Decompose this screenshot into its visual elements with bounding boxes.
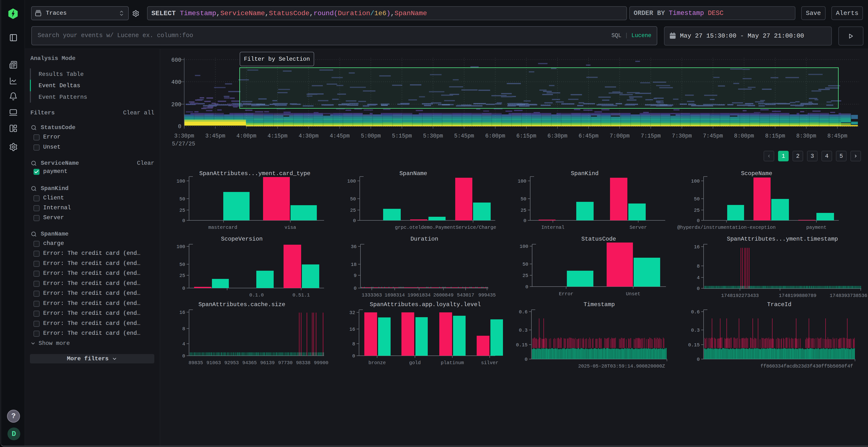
svg-text:50: 50 (523, 262, 528, 267)
svg-text:Error: Error (559, 291, 574, 297)
svg-text:platinum: platinum (441, 360, 464, 366)
svg-text:1748192273433: 1748192273433 (721, 293, 759, 299)
svg-text:TraceId: TraceId (767, 301, 792, 308)
svg-text:50: 50 (350, 196, 356, 202)
svg-text:91063: 91063 (207, 360, 221, 366)
svg-text:SpanAttributes.app.loyalty.lev: SpanAttributes.app.loyalty.level (370, 301, 481, 308)
svg-text:visa: visa (284, 225, 296, 230)
svg-text:50: 50 (694, 196, 700, 202)
svg-text:0: 0 (182, 218, 185, 224)
svg-text:25: 25 (350, 208, 356, 213)
svg-text:0.1.0: 0.1.0 (249, 293, 264, 298)
svg-text:0.51.1: 0.51.1 (292, 293, 310, 298)
svg-text:5:30pm: 5:30pm (423, 133, 443, 139)
svg-text:0: 0 (697, 218, 700, 224)
svg-text:400: 400 (172, 79, 181, 85)
svg-text:8:30pm: 8:30pm (796, 133, 816, 139)
svg-text:6:15pm: 6:15pm (517, 133, 536, 139)
svg-text:25: 25 (179, 273, 185, 278)
svg-text:99900: 99900 (314, 360, 329, 366)
svg-text:1698314: 1698314 (384, 293, 405, 298)
svg-text:32: 32 (349, 310, 355, 315)
svg-text:7:45pm: 7:45pm (703, 133, 723, 139)
svg-text:SpanKind: SpanKind (571, 170, 598, 177)
svg-text:2025-05-28T03:59:14.900820000Z: 2025-05-28T03:59:14.900820000Z (578, 364, 665, 369)
svg-text:4:45pm: 4:45pm (330, 133, 350, 139)
svg-text:100: 100 (177, 178, 185, 184)
svg-text:0: 0 (182, 353, 185, 359)
svg-text:8:00pm: 8:00pm (734, 133, 754, 139)
svg-text:25: 25 (521, 208, 526, 213)
svg-text:92953: 92953 (224, 360, 239, 366)
svg-text:0.3: 0.3 (691, 328, 700, 333)
svg-text:Internal: Internal (541, 225, 564, 230)
svg-text:89835: 89835 (189, 360, 203, 366)
svg-text:25: 25 (694, 208, 700, 213)
svg-text:Duration: Duration (410, 236, 438, 242)
svg-text:SpanAttributes.cache.size: SpanAttributes.cache.size (198, 301, 285, 308)
svg-text:5/27/25: 5/27/25 (172, 141, 195, 147)
svg-text:999435: 999435 (478, 293, 496, 298)
svg-text:4:15pm: 4:15pm (268, 133, 288, 139)
svg-text:8:15pm: 8:15pm (765, 133, 785, 139)
svg-text:0: 0 (354, 286, 356, 291)
svg-text:0: 0 (182, 286, 185, 291)
svg-text:1748199880789: 1748199880789 (779, 293, 816, 299)
svg-text:0: 0 (525, 284, 528, 290)
svg-text:SpanAttributes...yment.timesta: SpanAttributes...yment.timestamp (727, 236, 838, 242)
svg-text:100: 100 (347, 178, 356, 184)
svg-text:16: 16 (179, 310, 185, 315)
svg-text:3:45pm: 3:45pm (206, 133, 225, 139)
svg-text:SpanName: SpanName (399, 170, 427, 177)
svg-text:18: 18 (351, 262, 356, 267)
svg-text:100: 100 (691, 178, 700, 184)
svg-text:@hyperdx/instrumentation-excep: @hyperdx/instrumentation-exception (677, 225, 776, 230)
svg-text:25: 25 (179, 208, 185, 213)
svg-text:7:30pm: 7:30pm (672, 133, 692, 139)
svg-text:96139: 96139 (260, 360, 275, 366)
svg-text:16: 16 (349, 326, 355, 332)
svg-text:6:30pm: 6:30pm (548, 133, 567, 139)
svg-text:16: 16 (694, 244, 700, 250)
svg-text:0: 0 (697, 357, 700, 362)
svg-text:ScopeName: ScopeName (741, 170, 772, 177)
svg-text:5:45pm: 5:45pm (454, 133, 474, 139)
svg-text:8: 8 (352, 341, 355, 347)
svg-text:4:00pm: 4:00pm (237, 133, 256, 139)
svg-text:0: 0 (178, 124, 181, 130)
svg-text:50: 50 (179, 262, 185, 267)
svg-text:50: 50 (521, 196, 526, 202)
svg-text:StatusCode: StatusCode (581, 236, 616, 242)
svg-text:0: 0 (525, 357, 528, 362)
svg-text:8:45pm: 8:45pm (828, 133, 847, 139)
svg-text:mastercard: mastercard (208, 225, 237, 230)
svg-text:payment: payment (806, 225, 827, 230)
svg-text:0: 0 (353, 218, 356, 224)
svg-text:ff860334facdb23d3f430ff5b5050f: ff860334facdb23d3f430ff5b5050f4f (761, 364, 853, 369)
svg-text:100: 100 (520, 244, 528, 249)
svg-text:8: 8 (697, 264, 700, 269)
svg-text:0: 0 (523, 218, 526, 224)
svg-text:3:30pm: 3:30pm (174, 133, 194, 139)
svg-text:94365: 94365 (242, 360, 257, 366)
svg-text:Timestamp: Timestamp (584, 301, 615, 308)
svg-text:36: 36 (351, 244, 356, 249)
svg-text:0.15: 0.15 (516, 342, 528, 348)
svg-text:5:00pm: 5:00pm (361, 133, 381, 139)
svg-text:6:00pm: 6:00pm (485, 133, 505, 139)
svg-text:Unset: Unset (626, 291, 641, 297)
svg-text:0.3: 0.3 (519, 328, 528, 333)
svg-text:7:00pm: 7:00pm (610, 133, 630, 139)
svg-text:200: 200 (172, 102, 181, 108)
svg-text:7:15pm: 7:15pm (641, 133, 661, 139)
svg-text:19961834: 19961834 (407, 293, 431, 298)
svg-text:8: 8 (182, 326, 185, 332)
svg-text:2600849: 2600849 (433, 293, 454, 298)
svg-text:1333363: 1333363 (362, 293, 382, 298)
svg-text:4: 4 (697, 275, 700, 281)
svg-text:98338: 98338 (296, 360, 311, 366)
svg-text:97730: 97730 (278, 360, 292, 366)
svg-text:6:45pm: 6:45pm (579, 133, 599, 139)
svg-text:0.6: 0.6 (691, 309, 700, 315)
svg-text:9: 9 (354, 273, 356, 278)
